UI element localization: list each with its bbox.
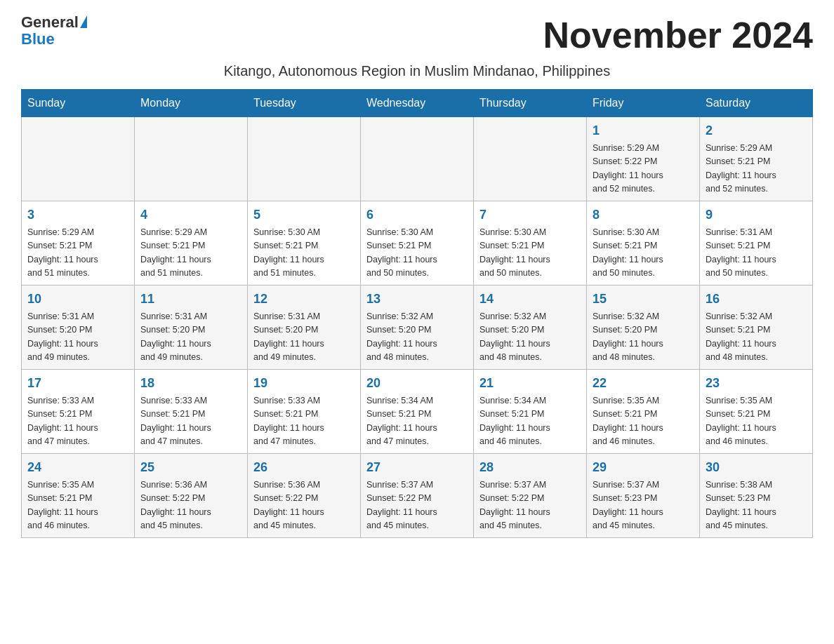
day-number: 20 bbox=[366, 374, 468, 393]
day-info: Sunrise: 5:32 AM Sunset: 5:21 PM Dayligh… bbox=[706, 310, 807, 365]
calendar-day-cell: 7Sunrise: 5:30 AM Sunset: 5:21 PM Daylig… bbox=[474, 201, 587, 286]
calendar-day-cell: 15Sunrise: 5:32 AM Sunset: 5:20 PM Dayli… bbox=[587, 286, 700, 370]
day-number: 14 bbox=[479, 290, 581, 309]
calendar-day-cell: 13Sunrise: 5:32 AM Sunset: 5:20 PM Dayli… bbox=[361, 286, 474, 370]
calendar-week-row: 17Sunrise: 5:33 AM Sunset: 5:21 PM Dayli… bbox=[22, 370, 813, 454]
calendar-day-cell: 11Sunrise: 5:31 AM Sunset: 5:20 PM Dayli… bbox=[135, 286, 248, 370]
day-info: Sunrise: 5:30 AM Sunset: 5:21 PM Dayligh… bbox=[366, 226, 468, 281]
calendar-day-cell: 8Sunrise: 5:30 AM Sunset: 5:21 PM Daylig… bbox=[587, 201, 700, 286]
day-number: 9 bbox=[706, 206, 807, 224]
calendar-day-cell: 24Sunrise: 5:35 AM Sunset: 5:21 PM Dayli… bbox=[22, 454, 135, 538]
calendar-day-cell: 27Sunrise: 5:37 AM Sunset: 5:22 PM Dayli… bbox=[361, 454, 474, 538]
calendar-day-cell: 26Sunrise: 5:36 AM Sunset: 5:22 PM Dayli… bbox=[248, 454, 361, 538]
day-info: Sunrise: 5:32 AM Sunset: 5:20 PM Dayligh… bbox=[593, 310, 694, 365]
day-info: Sunrise: 5:35 AM Sunset: 5:21 PM Dayligh… bbox=[27, 478, 128, 533]
calendar-day-cell bbox=[135, 117, 248, 201]
logo: General Blue bbox=[21, 14, 87, 48]
weekday-header: Saturday bbox=[700, 90, 813, 117]
day-info: Sunrise: 5:33 AM Sunset: 5:21 PM Dayligh… bbox=[140, 394, 241, 449]
day-number: 8 bbox=[593, 206, 694, 224]
day-number: 23 bbox=[706, 374, 807, 393]
calendar-day-cell: 5Sunrise: 5:30 AM Sunset: 5:21 PM Daylig… bbox=[248, 201, 361, 286]
calendar-day-cell: 9Sunrise: 5:31 AM Sunset: 5:21 PM Daylig… bbox=[700, 201, 813, 286]
header-row: SundayMondayTuesdayWednesdayThursdayFrid… bbox=[22, 90, 813, 117]
day-info: Sunrise: 5:29 AM Sunset: 5:21 PM Dayligh… bbox=[140, 226, 241, 281]
calendar-day-cell bbox=[474, 117, 587, 201]
weekday-header: Wednesday bbox=[361, 90, 474, 117]
calendar-day-cell: 28Sunrise: 5:37 AM Sunset: 5:22 PM Dayli… bbox=[474, 454, 587, 538]
subtitle: Kitango, Autonomous Region in Muslim Min… bbox=[21, 63, 813, 79]
day-number: 7 bbox=[479, 206, 581, 224]
calendar-day-cell: 23Sunrise: 5:35 AM Sunset: 5:21 PM Dayli… bbox=[700, 370, 813, 454]
day-number: 15 bbox=[593, 290, 694, 309]
calendar-week-row: 10Sunrise: 5:31 AM Sunset: 5:20 PM Dayli… bbox=[22, 286, 813, 370]
day-info: Sunrise: 5:30 AM Sunset: 5:21 PM Dayligh… bbox=[593, 226, 694, 281]
day-info: Sunrise: 5:30 AM Sunset: 5:21 PM Dayligh… bbox=[253, 226, 355, 281]
day-number: 12 bbox=[253, 290, 355, 309]
day-number: 27 bbox=[366, 458, 468, 477]
day-info: Sunrise: 5:30 AM Sunset: 5:21 PM Dayligh… bbox=[479, 226, 581, 281]
day-info: Sunrise: 5:32 AM Sunset: 5:20 PM Dayligh… bbox=[479, 310, 581, 365]
day-number: 26 bbox=[253, 458, 355, 477]
day-number: 25 bbox=[140, 458, 241, 477]
day-info: Sunrise: 5:34 AM Sunset: 5:21 PM Dayligh… bbox=[366, 394, 468, 449]
month-title: November 2024 bbox=[543, 14, 813, 56]
day-number: 18 bbox=[140, 374, 241, 393]
day-number: 29 bbox=[593, 458, 694, 477]
calendar-table: SundayMondayTuesdayWednesdayThursdayFrid… bbox=[21, 89, 813, 538]
calendar-day-cell: 4Sunrise: 5:29 AM Sunset: 5:21 PM Daylig… bbox=[135, 201, 248, 286]
calendar-day-cell: 10Sunrise: 5:31 AM Sunset: 5:20 PM Dayli… bbox=[22, 286, 135, 370]
calendar-day-cell bbox=[361, 117, 474, 201]
day-info: Sunrise: 5:31 AM Sunset: 5:21 PM Dayligh… bbox=[706, 226, 807, 281]
day-number: 5 bbox=[253, 206, 355, 224]
day-number: 3 bbox=[27, 206, 128, 224]
day-number: 17 bbox=[27, 374, 128, 393]
calendar-day-cell: 18Sunrise: 5:33 AM Sunset: 5:21 PM Dayli… bbox=[135, 370, 248, 454]
day-info: Sunrise: 5:31 AM Sunset: 5:20 PM Dayligh… bbox=[140, 310, 241, 365]
calendar-day-cell: 1Sunrise: 5:29 AM Sunset: 5:22 PM Daylig… bbox=[587, 117, 700, 201]
logo-blue: Blue bbox=[21, 31, 87, 48]
day-info: Sunrise: 5:38 AM Sunset: 5:23 PM Dayligh… bbox=[706, 478, 807, 533]
calendar-week-row: 24Sunrise: 5:35 AM Sunset: 5:21 PM Dayli… bbox=[22, 454, 813, 538]
calendar-day-cell: 29Sunrise: 5:37 AM Sunset: 5:23 PM Dayli… bbox=[587, 454, 700, 538]
calendar-day-cell bbox=[248, 117, 361, 201]
calendar-week-row: 3Sunrise: 5:29 AM Sunset: 5:21 PM Daylig… bbox=[22, 201, 813, 286]
calendar-day-cell: 14Sunrise: 5:32 AM Sunset: 5:20 PM Dayli… bbox=[474, 286, 587, 370]
calendar-day-cell: 19Sunrise: 5:33 AM Sunset: 5:21 PM Dayli… bbox=[248, 370, 361, 454]
header: General Blue November 2024 bbox=[21, 14, 813, 56]
logo-general: General bbox=[21, 14, 79, 31]
calendar-day-cell: 30Sunrise: 5:38 AM Sunset: 5:23 PM Dayli… bbox=[700, 454, 813, 538]
day-info: Sunrise: 5:37 AM Sunset: 5:22 PM Dayligh… bbox=[366, 478, 468, 533]
day-number: 4 bbox=[140, 206, 241, 224]
day-info: Sunrise: 5:37 AM Sunset: 5:22 PM Dayligh… bbox=[479, 478, 581, 533]
calendar-week-row: 1Sunrise: 5:29 AM Sunset: 5:22 PM Daylig… bbox=[22, 117, 813, 201]
logo-triangle-icon bbox=[80, 15, 87, 28]
day-number: 1 bbox=[593, 121, 694, 140]
day-info: Sunrise: 5:35 AM Sunset: 5:21 PM Dayligh… bbox=[706, 394, 807, 449]
calendar-day-cell: 16Sunrise: 5:32 AM Sunset: 5:21 PM Dayli… bbox=[700, 286, 813, 370]
day-number: 22 bbox=[593, 374, 694, 393]
day-info: Sunrise: 5:29 AM Sunset: 5:21 PM Dayligh… bbox=[27, 226, 128, 281]
weekday-header: Tuesday bbox=[248, 90, 361, 117]
calendar-day-cell bbox=[22, 117, 135, 201]
day-info: Sunrise: 5:35 AM Sunset: 5:21 PM Dayligh… bbox=[593, 394, 694, 449]
calendar-day-cell: 12Sunrise: 5:31 AM Sunset: 5:20 PM Dayli… bbox=[248, 286, 361, 370]
calendar-day-cell: 3Sunrise: 5:29 AM Sunset: 5:21 PM Daylig… bbox=[22, 201, 135, 286]
day-number: 16 bbox=[706, 290, 807, 309]
day-info: Sunrise: 5:36 AM Sunset: 5:22 PM Dayligh… bbox=[253, 478, 355, 533]
day-info: Sunrise: 5:29 AM Sunset: 5:21 PM Dayligh… bbox=[706, 142, 807, 196]
day-info: Sunrise: 5:33 AM Sunset: 5:21 PM Dayligh… bbox=[253, 394, 355, 449]
calendar-day-cell: 2Sunrise: 5:29 AM Sunset: 5:21 PM Daylig… bbox=[700, 117, 813, 201]
day-info: Sunrise: 5:29 AM Sunset: 5:22 PM Dayligh… bbox=[593, 142, 694, 196]
calendar-day-cell: 21Sunrise: 5:34 AM Sunset: 5:21 PM Dayli… bbox=[474, 370, 587, 454]
day-info: Sunrise: 5:31 AM Sunset: 5:20 PM Dayligh… bbox=[27, 310, 128, 365]
day-number: 2 bbox=[706, 121, 807, 140]
day-info: Sunrise: 5:33 AM Sunset: 5:21 PM Dayligh… bbox=[27, 394, 128, 449]
day-number: 6 bbox=[366, 206, 468, 224]
weekday-header: Friday bbox=[587, 90, 700, 117]
calendar-day-cell: 22Sunrise: 5:35 AM Sunset: 5:21 PM Dayli… bbox=[587, 370, 700, 454]
day-number: 11 bbox=[140, 290, 241, 309]
day-number: 10 bbox=[27, 290, 128, 309]
day-info: Sunrise: 5:31 AM Sunset: 5:20 PM Dayligh… bbox=[253, 310, 355, 365]
day-info: Sunrise: 5:34 AM Sunset: 5:21 PM Dayligh… bbox=[479, 394, 581, 449]
